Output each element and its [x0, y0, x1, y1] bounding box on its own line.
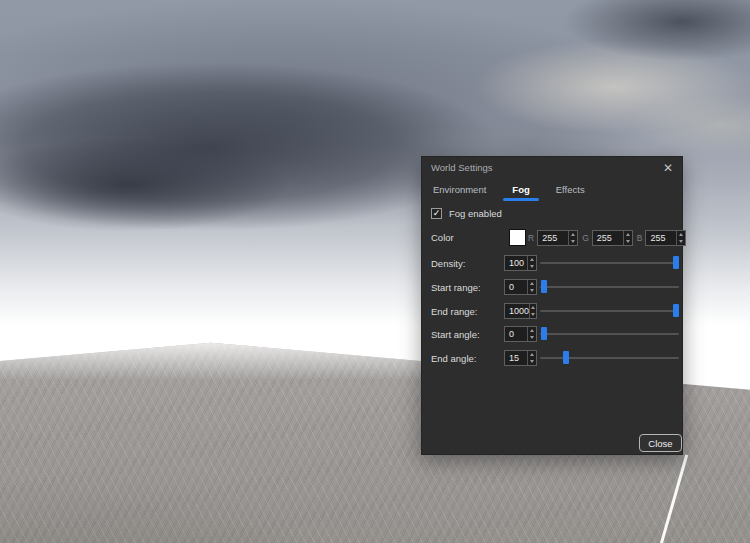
spinner-up-icon[interactable]	[677, 231, 685, 238]
spinner-down-icon[interactable]	[528, 287, 536, 294]
check-icon: ✓	[433, 209, 441, 218]
fog-enabled-label: Fog enabled	[449, 208, 502, 219]
world-settings-dialog: World Settings ✕ EnvironmentFogEffects ✓…	[421, 156, 683, 455]
spinner-down-icon[interactable]	[624, 238, 632, 245]
close-button[interactable]: Close	[639, 434, 682, 452]
end-angle-row: End angle:15	[422, 350, 682, 366]
end-angle-input[interactable]: 15	[504, 350, 537, 366]
spinner-down-icon[interactable]	[569, 238, 577, 245]
start-range-slider-track[interactable]	[540, 286, 679, 288]
channel-b-input[interactable]: 255	[645, 230, 686, 246]
tab-environment[interactable]: Environment	[433, 182, 486, 195]
spinner-down-icon[interactable]	[528, 263, 536, 270]
fog-color-row: Color R255G255B255	[422, 229, 682, 246]
start-angle-slider-track[interactable]	[540, 333, 679, 335]
color-label: Color	[431, 232, 454, 243]
end-range-input[interactable]: 1000	[504, 303, 537, 319]
tab-label: Effects	[556, 184, 585, 195]
start-angle-input[interactable]: 0	[504, 326, 537, 342]
density-input-value[interactable]: 100	[505, 256, 527, 270]
end-angle-input-value[interactable]: 15	[505, 351, 527, 365]
spinner-down-icon[interactable]	[530, 311, 536, 318]
start-range-slider-handle[interactable]	[541, 280, 547, 293]
spinner-up-icon[interactable]	[530, 304, 536, 311]
end-range-row: End range:1000	[422, 303, 682, 319]
density-input-spinners	[527, 256, 536, 270]
channel-b-input-spinners	[676, 231, 685, 245]
end-range-label: End range:	[431, 306, 477, 317]
start-range-label: Start range:	[431, 282, 481, 293]
start-angle-input-value[interactable]: 0	[505, 327, 527, 341]
end-range-input-spinners	[529, 304, 536, 318]
density-slider-track[interactable]	[540, 262, 679, 264]
spinner-down-icon[interactable]	[528, 358, 536, 365]
close-icon[interactable]: ✕	[663, 162, 673, 174]
end-range-slider-handle[interactable]	[673, 304, 679, 317]
start-angle-input-spinners	[527, 327, 536, 341]
start-angle-label: Start angle:	[431, 329, 480, 340]
end-range-slider-track[interactable]	[540, 310, 679, 312]
channel-r-input[interactable]: 255	[537, 230, 578, 246]
density-row: Density:100	[422, 255, 682, 271]
channel-g-input-spinners	[623, 231, 632, 245]
start-range-input-value[interactable]: 0	[505, 280, 527, 294]
end-angle-slider-handle[interactable]	[563, 351, 569, 364]
channel-b-input-value[interactable]: 255	[646, 231, 676, 245]
start-angle-row: Start angle:0	[422, 326, 682, 342]
channel-label-r: R	[528, 233, 534, 243]
tab-label: Fog	[512, 184, 529, 195]
spinner-down-icon[interactable]	[677, 238, 685, 245]
viewport-3d[interactable]: World Settings ✕ EnvironmentFogEffects ✓…	[0, 0, 750, 543]
end-angle-input-spinners	[527, 351, 536, 365]
channel-g-input[interactable]: 255	[592, 230, 633, 246]
density-input[interactable]: 100	[504, 255, 537, 271]
spinner-up-icon[interactable]	[569, 231, 577, 238]
spinner-up-icon[interactable]	[528, 256, 536, 263]
density-label: Density:	[431, 258, 465, 269]
spinner-up-icon[interactable]	[528, 327, 536, 334]
tab-effects[interactable]: Effects	[556, 182, 585, 195]
end-angle-label: End angle:	[431, 353, 476, 364]
spinner-down-icon[interactable]	[528, 334, 536, 341]
channel-g-input-value[interactable]: 255	[593, 231, 623, 245]
fog-enabled-checkbox[interactable]: ✓	[431, 208, 442, 219]
channel-r-input-spinners	[568, 231, 577, 245]
channel-label-g: G	[582, 233, 589, 243]
spinner-up-icon[interactable]	[528, 280, 536, 287]
start-range-input-spinners	[527, 280, 536, 294]
rgb-channels: R255G255B255	[527, 229, 686, 246]
channel-label-b: B	[637, 233, 643, 243]
tab-fog[interactable]: Fog	[503, 182, 538, 195]
end-range-input-value[interactable]: 1000	[505, 304, 529, 318]
channel-r-input-value[interactable]: 255	[538, 231, 568, 245]
start-angle-slider-handle[interactable]	[541, 327, 547, 340]
color-swatch[interactable]	[509, 229, 526, 246]
start-range-row: Start range:0	[422, 279, 682, 295]
start-range-input[interactable]: 0	[504, 279, 537, 295]
density-slider-handle[interactable]	[673, 256, 679, 269]
dialog-title: World Settings	[431, 162, 493, 173]
fog-enabled-row: ✓ Fog enabled	[422, 205, 682, 221]
spinner-up-icon[interactable]	[528, 351, 536, 358]
tab-label: Environment	[433, 184, 486, 195]
tab-bar: EnvironmentFogEffects	[422, 182, 682, 202]
end-angle-slider-track[interactable]	[540, 357, 679, 359]
spinner-up-icon[interactable]	[624, 231, 632, 238]
dialog-titlebar[interactable]: World Settings ✕	[422, 157, 682, 178]
